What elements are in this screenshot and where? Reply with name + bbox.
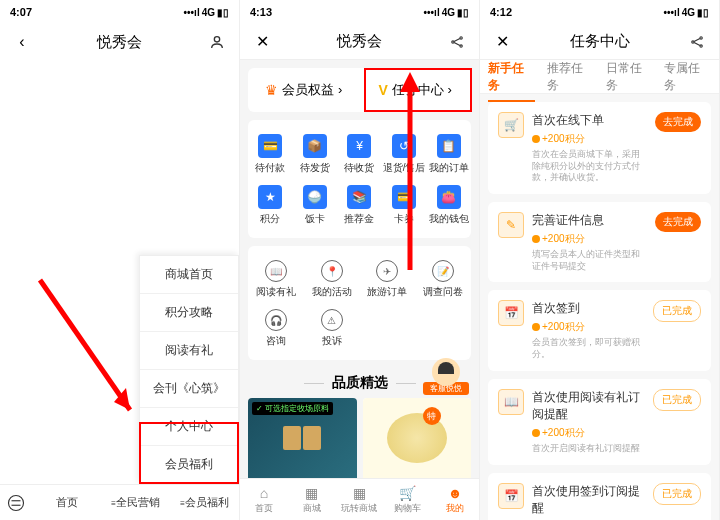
bottom-tabbar: 首页 ≡全民营销 ≡会员福利 — [0, 484, 239, 520]
grid-cell[interactable]: 💳卡券 — [382, 179, 427, 230]
task-desc: 首次开启阅读有礼订阅提醒 — [532, 443, 645, 455]
customer-service-float[interactable]: 客服悦悦 — [423, 358, 469, 390]
grid-cell[interactable]: 🎧咨询 — [248, 303, 304, 352]
cell-label: 旅游订单 — [367, 286, 407, 297]
cell-label: 我的钱包 — [429, 213, 469, 224]
grid-cell[interactable]: ⚠投诉 — [304, 303, 360, 352]
cell-label: 退货/售后 — [383, 162, 426, 173]
menu-item-magazine[interactable]: 会刊《心筑》 — [140, 370, 238, 408]
page-title: 任务中心 — [512, 32, 687, 51]
network-label: 4G — [442, 7, 455, 18]
tab-3[interactable]: 🛒购物车 — [383, 479, 431, 520]
task-list: 🛒首次在线下单+200积分首次在会员商城下单，采用除纯积分以外的支付方式付款，并… — [480, 94, 719, 520]
menu-item-reading-gift[interactable]: 阅读有礼 — [140, 332, 238, 370]
grid-cell[interactable]: 📦待发货 — [293, 128, 338, 179]
task-action-button[interactable]: 去完成 — [655, 212, 701, 232]
task-icon: 🛒 — [498, 112, 524, 138]
profile-icon[interactable] — [207, 34, 227, 50]
tab-icon: 🛒 — [399, 485, 416, 501]
task-reward: +200积分 — [532, 132, 647, 146]
task-card: 📅首次签到+200积分会员首次签到，即可获赠积分。已完成 — [488, 290, 711, 370]
cell-label: 饭卡 — [305, 213, 325, 224]
share-icon[interactable] — [687, 35, 707, 49]
close-icon[interactable]: ✕ — [252, 32, 272, 51]
tab-1[interactable]: ▦商城 — [288, 479, 336, 520]
task-title: 首次使用签到订阅提醒 — [532, 483, 645, 517]
task-card: 📅首次使用签到订阅提醒+200积分提醒开启签到订阅提醒已完成 — [488, 473, 711, 521]
tab-marketing[interactable]: ≡全民营销 — [101, 495, 170, 510]
menu-item-points-guide[interactable]: 积分攻略 — [140, 294, 238, 332]
task-action-button[interactable]: 已完成 — [653, 483, 701, 505]
cell-icon: 📖 — [265, 260, 287, 282]
task-action-button[interactable]: 已完成 — [653, 300, 701, 322]
tab-daily[interactable]: 日常任务 — [606, 60, 653, 94]
cell-label: 投诉 — [322, 335, 342, 346]
tab-newbie[interactable]: 新手任务 — [488, 60, 535, 94]
grid-cell[interactable]: ¥待收货 — [337, 128, 382, 179]
task-icon: 📖 — [498, 389, 524, 415]
svg-point-6 — [460, 44, 462, 46]
tab-4[interactable]: ☻我的 — [431, 479, 479, 520]
network-label: 4G — [202, 7, 215, 18]
grid-cell[interactable]: 👛我的钱包 — [426, 179, 471, 230]
grid-cell[interactable]: ↺退货/售后 — [382, 128, 427, 179]
task-title: 完善证件信息 — [532, 212, 647, 229]
svg-line-8 — [454, 42, 460, 45]
grid-cell[interactable]: ★积分 — [248, 179, 293, 230]
tab-home[interactable]: 首页 — [32, 495, 101, 510]
cell-icon: ¥ — [347, 134, 371, 158]
phone-2: 4:13 •••ıl 4G ▮▯ ✕ 悦秀会 ♛ 会员权益 › V 任务中心 ›… — [240, 0, 480, 520]
task-tabs: 新手任务 推荐任务 日常任务 专属任务 — [480, 60, 719, 94]
cell-label: 推荐金 — [344, 213, 374, 224]
battery-icon: ▮▯ — [457, 7, 469, 18]
status-right: •••ıl 4G ▮▯ — [424, 7, 469, 18]
svg-point-1 — [9, 495, 24, 510]
tab-2[interactable]: ▦玩转商城 — [336, 479, 384, 520]
task-card: 📖首次使用阅读有礼订阅提醒+200积分首次开启阅读有礼订阅提醒已完成 — [488, 379, 711, 465]
signal-icon: •••ıl — [664, 7, 680, 18]
menu-toggle-icon[interactable] — [0, 494, 32, 512]
grid-cell[interactable]: 📝调查问卷 — [415, 254, 471, 303]
svg-line-13 — [694, 42, 700, 45]
task-action-button[interactable]: 已完成 — [653, 389, 701, 411]
page-title: 悦秀会 — [272, 32, 447, 51]
tab-exclusive[interactable]: 专属任务 — [664, 60, 711, 94]
tab-recommended[interactable]: 推荐任务 — [547, 60, 594, 94]
cell-icon: 💳 — [392, 185, 416, 209]
member-benefits-link[interactable]: ♛ 会员权益 › — [248, 81, 360, 99]
order-grid: 💳待付款📦待发货¥待收货↺退货/售后📋我的订单★积分🍚饭卡📚推荐金💳卡券👛我的钱… — [248, 120, 471, 238]
task-reward: +200积分 — [532, 232, 647, 246]
task-desc: 填写会员本人的证件类型和证件号码提交 — [532, 249, 647, 272]
cell-icon: 🍚 — [303, 185, 327, 209]
svg-point-9 — [692, 40, 694, 42]
cell-label: 我的活动 — [312, 286, 352, 297]
tab-welfare[interactable]: ≡会员福利 — [170, 495, 239, 510]
task-action-button[interactable]: 去完成 — [655, 112, 701, 132]
svg-line-12 — [694, 38, 700, 41]
status-right: •••ıl 4G ▮▯ — [184, 7, 229, 18]
grid-cell[interactable]: 📚推荐金 — [337, 179, 382, 230]
back-icon[interactable]: ‹ — [12, 33, 32, 51]
task-icon: 📅 — [498, 483, 524, 509]
tab-label: 首页 — [255, 502, 273, 515]
grid-cell[interactable]: 🍚饭卡 — [293, 179, 338, 230]
signal-icon: •••ıl — [424, 7, 440, 18]
cell-icon: 📋 — [437, 134, 461, 158]
share-icon[interactable] — [447, 35, 467, 49]
task-card: 🛒首次在线下单+200积分首次在会员商城下单，采用除纯积分以外的支付方式付款，并… — [488, 102, 711, 194]
status-bar: 4:13 •••ıl 4G ▮▯ — [240, 0, 479, 24]
nav-bar: ✕ 任务中心 — [480, 24, 719, 60]
menu-item-mall-home[interactable]: 商城首页 — [140, 256, 238, 294]
close-icon[interactable]: ✕ — [492, 32, 512, 51]
tab-icon: ⌂ — [260, 485, 268, 501]
grid-cell[interactable]: ✈旅游订单 — [360, 254, 416, 303]
task-desc: 会员首次签到，即可获赠积分。 — [532, 337, 645, 360]
grid-cell[interactable]: 📖阅读有礼 — [248, 254, 304, 303]
grid-cell[interactable]: 📋我的订单 — [426, 128, 471, 179]
task-reward: +200积分 — [532, 426, 645, 440]
highlight-box — [364, 68, 472, 112]
grid-cell[interactable]: 💳待付款 — [248, 128, 293, 179]
status-bar: 4:12 •••ıl 4G ▮▯ — [480, 0, 719, 24]
tab-0[interactable]: ⌂首页 — [240, 479, 288, 520]
grid-cell[interactable]: 📍我的活动 — [304, 254, 360, 303]
